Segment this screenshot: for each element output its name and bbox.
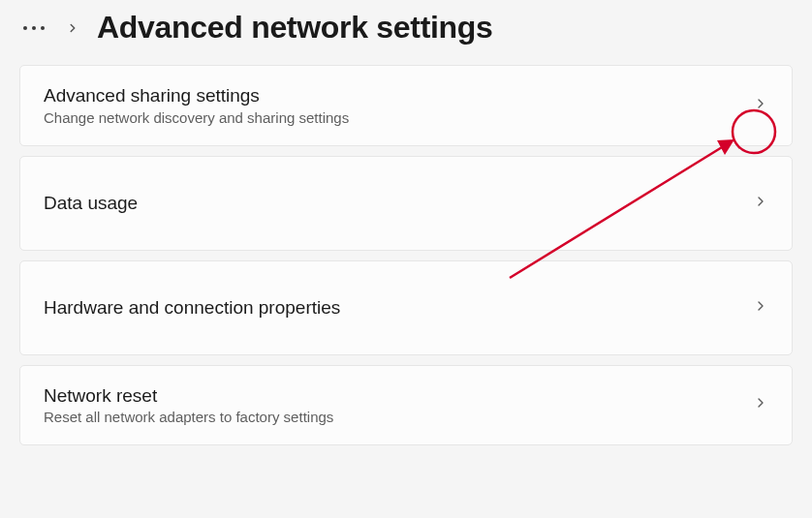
settings-cards-list: Advanced sharing settings Change network… [0,65,812,445]
chevron-right-icon [753,395,768,414]
card-description: Reset all network adapters to factory se… [44,409,333,425]
card-advanced-sharing[interactable]: Advanced sharing settings Change network… [19,65,793,146]
card-title: Hardware and connection properties [44,297,340,319]
card-data-usage[interactable]: Data usage [19,156,793,251]
card-text: Hardware and connection properties [44,297,340,319]
breadcrumb-header: Advanced network settings [0,0,812,65]
chevron-right-icon [753,194,768,213]
card-description: Change network discovery and sharing set… [44,109,349,126]
card-hardware-properties[interactable]: Hardware and connection properties [19,260,793,355]
card-title: Network reset [44,385,333,407]
card-network-reset[interactable]: Network reset Reset all network adapters… [19,365,793,445]
card-text: Advanced sharing settings Change network… [44,85,349,126]
chevron-right-icon [753,96,768,115]
card-title: Data usage [44,193,138,214]
chevron-right-icon [66,21,79,35]
card-text: Network reset Reset all network adapters… [44,385,333,425]
card-title: Advanced sharing settings [44,85,349,107]
chevron-right-icon [753,298,768,318]
breadcrumb-ellipsis-button[interactable] [19,22,48,34]
card-text: Data usage [44,193,138,214]
page-title: Advanced network settings [97,10,493,46]
